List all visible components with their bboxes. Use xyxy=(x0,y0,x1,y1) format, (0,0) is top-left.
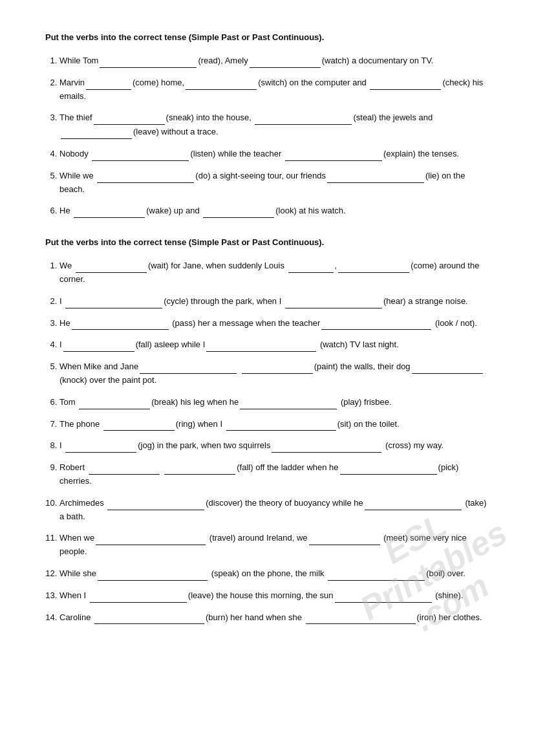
list-item: Archimedes (discover) the theory of buoy… xyxy=(59,496,489,524)
section1-title: Put the verbs into the correct tense (Si… xyxy=(45,32,489,42)
blank[interactable] xyxy=(63,338,134,352)
list-item: The thief (sneak) into the house, (steal… xyxy=(59,111,489,139)
blank[interactable] xyxy=(328,567,425,581)
section2-list: We (wait) for Jane, when suddenly Louis … xyxy=(45,259,489,624)
blank[interactable] xyxy=(412,360,483,374)
blank[interactable] xyxy=(250,54,321,68)
blank[interactable] xyxy=(365,496,462,510)
blank[interactable] xyxy=(203,204,274,218)
blank[interactable] xyxy=(65,294,162,308)
list-item: While she (speak) on the phone, the milk… xyxy=(59,567,489,581)
exercise-section2: Put the verbs into the correct tense (Si… xyxy=(45,237,489,624)
exercise-section1: Put the verbs into the correct tense (Si… xyxy=(45,32,489,218)
list-item: Nobody (listen) while the teacher (expla… xyxy=(59,147,489,161)
list-item: We (wait) for Jane, when suddenly Louis … xyxy=(59,259,489,286)
list-item: The phone (ring) when I (sit) on the toi… xyxy=(59,417,489,431)
blank[interactable] xyxy=(140,360,237,374)
list-item: I (fall) asleep while I (watch) TV last … xyxy=(59,338,489,352)
blank[interactable] xyxy=(79,395,150,409)
list-item: Robert (fall) off the ladder when he (pi… xyxy=(59,460,489,488)
blank[interactable] xyxy=(98,567,208,581)
blank[interactable] xyxy=(240,395,337,409)
list-item: Tom (break) his leg when he (play) frisb… xyxy=(59,395,489,409)
blank[interactable] xyxy=(340,460,437,475)
list-item: Caroline (burn) her hand when she (iron)… xyxy=(59,610,489,625)
list-item: When Mike and Jane (paint) the walls, th… xyxy=(59,360,489,387)
blank[interactable] xyxy=(164,460,235,475)
list-item: When I (leave) the house this morning, t… xyxy=(59,589,489,603)
blank[interactable] xyxy=(327,169,424,183)
list-item: While we (do) a sight-seeing tour, our f… xyxy=(59,169,489,197)
blank[interactable] xyxy=(96,531,206,545)
blank[interactable] xyxy=(97,169,194,183)
blank[interactable] xyxy=(94,111,165,125)
blank[interactable] xyxy=(94,610,204,625)
blank[interactable] xyxy=(65,438,136,453)
blank[interactable] xyxy=(285,294,382,308)
blank[interactable] xyxy=(74,204,145,218)
list-item: Marvin (come) home, (switch) on the comp… xyxy=(59,76,489,103)
list-item: He (wake) up and (look) at his watch. xyxy=(59,204,489,218)
section2-title: Put the verbs into the correct tense (Si… xyxy=(45,237,489,247)
blank[interactable] xyxy=(89,460,160,475)
blank[interactable] xyxy=(370,76,441,90)
blank[interactable] xyxy=(288,259,334,273)
blank[interactable] xyxy=(100,54,197,68)
blank[interactable] xyxy=(72,316,169,330)
list-item: I (jog) in the park, when two squirrels … xyxy=(59,438,489,453)
blank[interactable] xyxy=(90,589,187,603)
blank[interactable] xyxy=(338,259,409,273)
blank[interactable] xyxy=(206,338,316,352)
blank[interactable] xyxy=(242,360,313,374)
blank[interactable] xyxy=(186,76,257,90)
blank[interactable] xyxy=(61,125,132,139)
blank[interactable] xyxy=(86,76,131,90)
blank[interactable] xyxy=(272,438,381,453)
blank[interactable] xyxy=(226,417,336,431)
blank[interactable] xyxy=(255,111,352,125)
section1-list: While Tom (read), Amely (watch) a docume… xyxy=(45,54,489,218)
list-item: I (cycle) through the park, when I (hear… xyxy=(59,294,489,308)
blank[interactable] xyxy=(103,417,175,431)
list-item: When we (travel) around Ireland, we (mee… xyxy=(59,531,489,559)
blank[interactable] xyxy=(309,531,380,545)
list-item: He (pass) her a message when the teacher… xyxy=(59,316,489,330)
blank[interactable] xyxy=(92,147,189,161)
blank[interactable] xyxy=(321,316,431,330)
blank[interactable] xyxy=(76,259,147,273)
list-item: While Tom (read), Amely (watch) a docume… xyxy=(59,54,489,68)
blank[interactable] xyxy=(285,147,382,161)
blank[interactable] xyxy=(306,610,416,625)
blank[interactable] xyxy=(335,589,432,603)
blank[interactable] xyxy=(107,496,204,510)
